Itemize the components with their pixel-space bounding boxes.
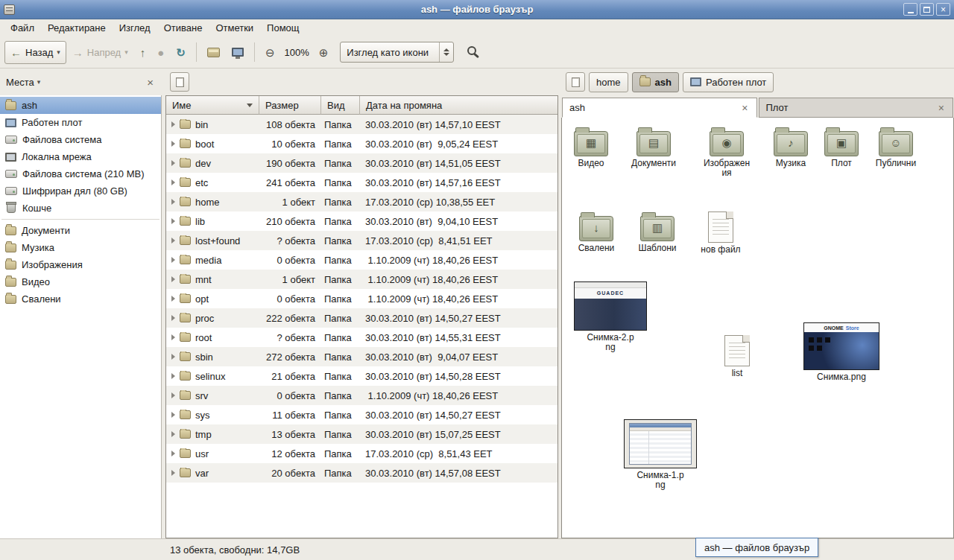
expander-icon[interactable]	[171, 179, 175, 185]
expander-icon[interactable]	[171, 373, 175, 379]
sidebar-item[interactable]: Документи	[0, 222, 161, 239]
maximize-button[interactable]	[920, 3, 934, 16]
column-header-type[interactable]: Вид	[321, 96, 360, 115]
computer-button[interactable]	[226, 41, 250, 64]
menu-view[interactable]: Изглед	[113, 20, 157, 36]
sidebar-mode-caret-icon[interactable]: ▾	[37, 78, 41, 86]
pathbar-button-desktop[interactable]: Работен плот	[683, 72, 774, 92]
icon-item-documents-folder[interactable]: ▤ Документи	[625, 125, 682, 168]
menu-go[interactable]: Отиване	[157, 20, 209, 36]
expander-icon[interactable]	[171, 257, 175, 263]
table-row[interactable]: etc 241 обекта Папка 30.03.2010 (вт) 14,…	[166, 173, 557, 192]
menu-edit[interactable]: Редактиране	[41, 20, 113, 36]
expander-icon[interactable]	[171, 141, 175, 147]
expander-icon[interactable]	[171, 160, 175, 166]
tab-ash[interactable]: ash ×	[562, 98, 757, 118]
sidebar-item[interactable]: Кошче	[0, 200, 161, 217]
menu-help[interactable]: Помощ	[260, 20, 306, 36]
tab-close-icon[interactable]: ×	[740, 103, 749, 113]
sidebar-item[interactable]: Музика	[0, 239, 161, 256]
sidebar-item[interactable]: Файлова система (210 MB)	[0, 165, 161, 182]
icon-item-videos-folder[interactable]: ▦ Видео	[567, 125, 615, 168]
view-mode-select[interactable]: Изглед като икони	[340, 42, 454, 63]
table-row[interactable]: root ? обекта Папка 30.03.2010 (вт) 14,5…	[166, 328, 557, 347]
back-button[interactable]: ← Назад ▾	[4, 41, 66, 64]
icon-item-pictures-folder[interactable]: ◉ Изображения	[699, 125, 754, 178]
icon-view[interactable]: ▦ Видео ▤ Документи ◉ Изображения ♪ Музи…	[561, 118, 954, 538]
sidebar-item[interactable]: Видео	[0, 273, 161, 290]
icon-item-templates-folder[interactable]: ▥ Шаблони	[634, 210, 681, 253]
sidebar-item[interactable]: Изображения	[0, 256, 161, 273]
table-row[interactable]: selinux 21 обекта Папка 30.03.2010 (вт) …	[166, 366, 557, 386]
table-row[interactable]: sbin 272 обекта Папка 30.03.2010 (вт) 9,…	[166, 347, 557, 366]
stop-button[interactable]: ●	[151, 41, 170, 64]
pane-location-button[interactable]	[170, 72, 189, 92]
icon-item-snimka-2-png[interactable]: GUADEC Снимка-2.png	[573, 281, 648, 352]
pathbar-button-ash[interactable]: ash	[632, 72, 679, 92]
table-row[interactable]: usr 12 обекта Папка 17.03.2010 (ср) 8,51…	[166, 444, 557, 463]
table-row[interactable]: home 1 обект Папка 17.03.2010 (ср) 10,38…	[166, 192, 557, 211]
pane-location-button[interactable]	[566, 72, 585, 92]
sidebar-close-button[interactable]: ×	[145, 76, 156, 89]
column-header-date[interactable]: Дата на промяна	[360, 96, 557, 115]
table-row[interactable]: mnt 1 обект Папка 1.10.2009 (чт) 18,40,2…	[166, 270, 557, 289]
column-header-size[interactable]: Размер	[259, 96, 321, 115]
icon-item-snimka-1-png[interactable]: Снимка-1.png	[623, 419, 698, 490]
table-row[interactable]: lost+found ? обекта Папка 17.03.2010 (ср…	[166, 231, 557, 250]
expander-icon[interactable]	[171, 276, 175, 282]
zoom-out-button[interactable]: ⊖	[259, 41, 281, 64]
icon-item-snimka-png[interactable]: GNOME Store Снимка.png	[803, 322, 880, 382]
tab-plot[interactable]: Плот ×	[759, 98, 954, 118]
icon-item-new-file[interactable]: нов файл	[697, 209, 745, 255]
icon-item-public-folder[interactable]: ☺ Публични	[869, 125, 923, 168]
expander-icon[interactable]	[171, 470, 175, 476]
expander-icon[interactable]	[171, 334, 175, 340]
menu-file[interactable]: Файл	[4, 20, 41, 36]
expander-icon[interactable]	[171, 392, 175, 398]
home-button[interactable]	[201, 41, 226, 64]
reload-button[interactable]: ↻	[170, 41, 192, 64]
table-row[interactable]: var 20 обекта Папка 30.03.2010 (вт) 14,5…	[166, 463, 557, 483]
table-row[interactable]: dev 190 обекта Папка 30.03.2010 (вт) 14,…	[166, 153, 557, 173]
sidebar-item[interactable]: Файлова система	[0, 131, 161, 148]
menu-bookmarks[interactable]: Отметки	[209, 20, 260, 36]
table-row[interactable]: bin 108 обекта Папка 30.03.2010 (вт) 14,…	[166, 115, 557, 134]
table-row[interactable]: opt 0 обекта Папка 1.10.2009 (чт) 18,40,…	[166, 289, 557, 308]
table-row[interactable]: tmp 13 обекта Папка 30.03.2010 (вт) 15,0…	[166, 424, 557, 444]
zoom-in-button[interactable]: ⊕	[313, 41, 335, 64]
search-button[interactable]	[454, 41, 487, 64]
minimize-button[interactable]	[903, 3, 917, 16]
expander-icon[interactable]	[171, 238, 175, 244]
expander-icon[interactable]	[171, 354, 175, 360]
pathbar-button-home[interactable]: home	[589, 72, 628, 92]
icon-item-downloads-folder[interactable]: ↓ Свалени	[572, 210, 620, 253]
expander-icon[interactable]	[171, 121, 175, 127]
forward-button[interactable]: → Напред ▾	[66, 41, 134, 64]
sidebar-item[interactable]: ash	[0, 97, 161, 114]
table-row[interactable]: proc 222 обекта Папка 30.03.2010 (вт) 14…	[166, 308, 557, 328]
table-row[interactable]: boot 10 обекта Папка 30.03.2010 (вт) 9,0…	[166, 134, 557, 153]
icon-item-list-file[interactable]: list	[713, 332, 761, 378]
expander-icon[interactable]	[171, 199, 175, 205]
table-row[interactable]: lib 210 обекта Папка 30.03.2010 (вт) 9,0…	[166, 211, 557, 231]
sidebar-item[interactable]: Работен плот	[0, 114, 161, 131]
titlebar[interactable]: ash — файлов браузър ×	[0, 0, 954, 19]
table-row[interactable]: srv 0 обекта Папка 1.10.2009 (чт) 18,40,…	[166, 386, 557, 405]
expander-icon[interactable]	[171, 296, 175, 302]
expander-icon[interactable]	[171, 412, 175, 418]
expander-icon[interactable]	[171, 451, 175, 456]
up-button[interactable]: ↑	[134, 41, 152, 64]
sidebar-item[interactable]: Шифриран дял (80 GB)	[0, 182, 161, 200]
column-header-name[interactable]: Име	[166, 96, 259, 115]
close-button[interactable]: ×	[936, 3, 950, 16]
view-mode-spin-icons[interactable]	[439, 42, 453, 62]
tab-close-icon[interactable]: ×	[937, 103, 946, 113]
back-history-caret-icon[interactable]: ▾	[57, 48, 60, 56]
icon-item-desktop-folder[interactable]: ▣ Плот	[821, 125, 862, 168]
sidebar-item[interactable]: Локална мрежа	[0, 148, 161, 165]
sidebar-item[interactable]: Свалени	[0, 290, 161, 308]
expander-icon[interactable]	[171, 431, 175, 437]
table-row[interactable]: media 0 обекта Папка 1.10.2009 (чт) 18,4…	[166, 250, 557, 270]
sidebar-title[interactable]: Места	[6, 77, 34, 88]
expander-icon[interactable]	[171, 218, 175, 224]
